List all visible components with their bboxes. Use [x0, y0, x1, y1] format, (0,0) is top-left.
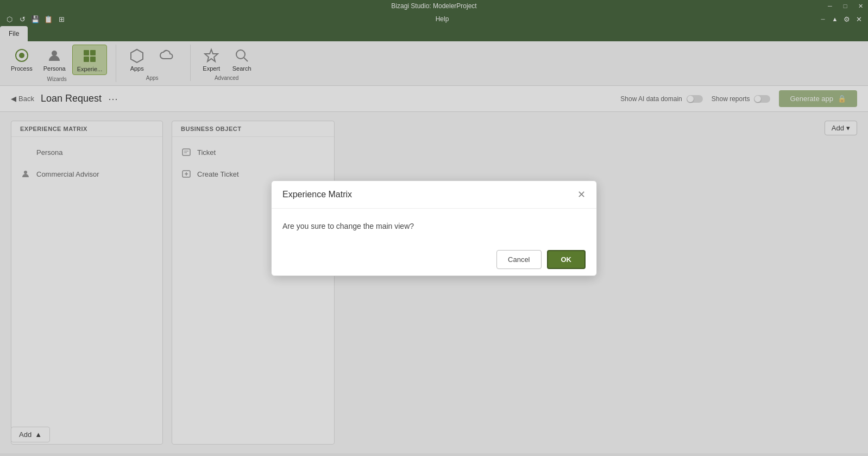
- dialog-message: Are you sure to change the main view?: [282, 222, 414, 230]
- dialog-footer: Cancel OK: [272, 243, 596, 276]
- dialog-title: Experience Matrix: [282, 190, 352, 199]
- dialog-header: Experience Matrix ✕: [272, 181, 596, 209]
- cancel-button[interactable]: Cancel: [496, 250, 541, 269]
- overlay: Experience Matrix ✕ Are you sure to chan…: [0, 0, 868, 456]
- ok-button[interactable]: OK: [547, 250, 586, 269]
- dialog-close-button[interactable]: ✕: [577, 190, 586, 199]
- experience-matrix-dialog: Experience Matrix ✕ Are you sure to chan…: [271, 180, 597, 276]
- dialog-body: Are you sure to change the main view?: [272, 209, 596, 243]
